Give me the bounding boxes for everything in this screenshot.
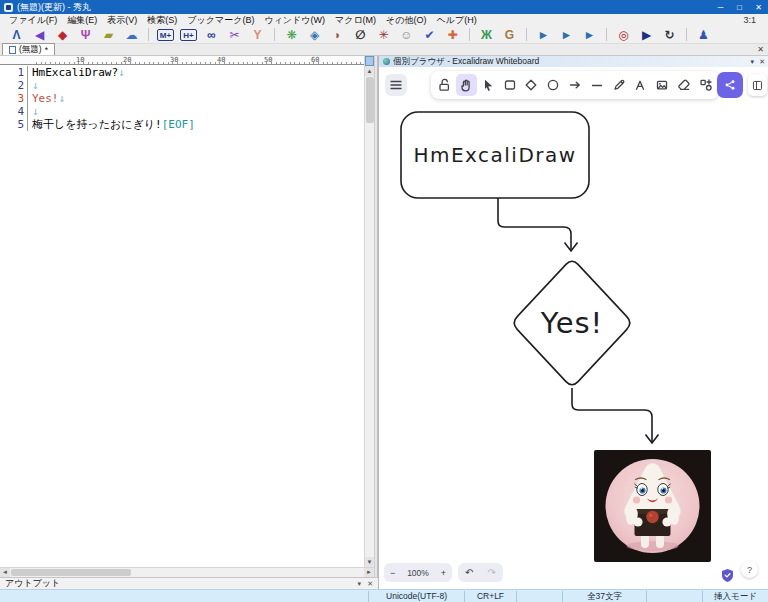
boot-step-icon[interactable]: ► (555, 27, 578, 43)
svg-text:HmExcaliDraw: HmExcaliDraw (413, 143, 576, 167)
scroll-left-icon[interactable]: ◄ (0, 568, 10, 577)
tool-image[interactable] (652, 74, 673, 96)
plus-icon[interactable]: ✚ (441, 27, 464, 43)
hamburger-menu-button[interactable] (385, 74, 407, 96)
output-collapse-button[interactable]: ▾ (358, 580, 362, 588)
pane-collapse-button[interactable]: ▾ (751, 58, 755, 66)
play-icon[interactable]: ▶ (635, 27, 658, 43)
m-plus-icon[interactable]: M+ (157, 29, 174, 41)
browser-pane-header: 個別ブラウザ - Excalidraw Whiteboard ▾ ✕ (379, 56, 768, 67)
y-icon[interactable]: Y (246, 27, 269, 43)
cloud-icon[interactable]: ☁ (120, 27, 143, 43)
ruler-number: 40 (217, 56, 225, 64)
tool-hand[interactable] (456, 74, 477, 96)
editor-line: 2↓ (0, 79, 364, 92)
redo-button[interactable]: ↷ (488, 567, 496, 578)
editor-area[interactable]: 102030405060 1HmExcaliDraw?↓ 2↓ 3Yes!↓ 4… (0, 56, 364, 567)
editor-lines[interactable]: 1HmExcaliDraw?↓ 2↓ 3Yes!↓ 4↓ 5梅干しを持ったおにぎ… (0, 66, 364, 131)
tool-diamond[interactable] (521, 74, 542, 96)
flowchart-diamond[interactable]: Yes! (514, 261, 630, 385)
tool-line[interactable] (586, 74, 607, 96)
library-button[interactable] (748, 74, 767, 96)
bug-icon[interactable]: Ж (475, 27, 498, 43)
red-ring-icon[interactable]: ◎ (612, 27, 635, 43)
boot-run-icon[interactable]: ► (532, 27, 555, 43)
pane-close-button[interactable]: ✕ (757, 45, 764, 54)
zoom-level[interactable]: 100% (407, 568, 429, 578)
scroll-down-icon[interactable]: ▼ (365, 557, 374, 567)
tool-lock[interactable] (434, 74, 455, 96)
scissors-icon[interactable]: ✂ (223, 27, 246, 43)
tool-selection[interactable] (478, 74, 499, 96)
excalidraw-canvas[interactable]: HmExcaliDraw Yes! (379, 67, 768, 589)
editor-horizontal-scrollbar[interactable]: ◄ ► (0, 567, 374, 577)
share-button[interactable] (717, 72, 743, 98)
menu-view[interactable]: 表示(V) (102, 14, 142, 27)
menu-other[interactable]: その他(O) (381, 14, 431, 27)
zoom-in-button[interactable]: + (441, 568, 446, 578)
green-flower-icon[interactable]: ❋ (280, 27, 303, 43)
compass-icon[interactable]: ∅ (349, 27, 372, 43)
tool-ellipse[interactable] (543, 74, 564, 96)
caret-icon[interactable]: Λ (5, 27, 28, 43)
horizontal-scroll-thumb[interactable] (11, 569, 131, 576)
status-input-mode[interactable]: 挿入モード (702, 591, 768, 602)
arrow-rect-to-diamond[interactable] (498, 198, 578, 251)
tool-rectangle[interactable] (499, 74, 520, 96)
zoom-out-button[interactable]: − (390, 568, 395, 578)
h-plus-icon[interactable]: H+ (180, 29, 197, 41)
ellipse-icon (545, 77, 561, 93)
ant-icon[interactable]: ♟ (692, 27, 715, 43)
more-tools-icon (698, 77, 714, 93)
red-diamond-icon[interactable]: ◆ (51, 27, 74, 43)
hamburger-icon (390, 80, 402, 90)
eraser-icon (676, 77, 692, 93)
editor-vertical-scrollbar[interactable]: ▲ ▼ (364, 56, 374, 567)
close-button[interactable]: ✕ (749, 0, 768, 14)
menu-search[interactable]: 検索(S) (142, 14, 182, 27)
tool-arrow[interactable] (565, 74, 586, 96)
pane-close-button-2[interactable]: ✕ (759, 58, 765, 66)
browser-pane-icon (383, 58, 390, 65)
menu-file[interactable]: ファイル(F) (4, 14, 62, 27)
blue-diamond-icon[interactable]: ◈ (303, 27, 326, 43)
menu-bookmark[interactable]: ブックマーク(B) (182, 14, 259, 27)
tool-more-tools[interactable] (695, 74, 716, 96)
oval-icon[interactable]: ∞ (200, 27, 223, 43)
encryption-shield-icon[interactable] (721, 568, 734, 584)
tool-draw[interactable] (608, 74, 629, 96)
boot-stop-icon[interactable]: ► (578, 27, 601, 43)
help-button[interactable]: ? (741, 561, 758, 578)
minimize-button[interactable]: ─ (711, 0, 730, 14)
tab-bar: (無題) * ✕ (0, 44, 768, 56)
tool-eraser[interactable] (673, 74, 694, 96)
output-close-button[interactable]: ✕ (367, 580, 373, 588)
reload-icon[interactable]: ↻ (658, 27, 681, 43)
scroll-up-icon[interactable]: ▲ (365, 66, 374, 76)
starburst-icon[interactable]: ✳ (372, 27, 395, 43)
tool-text[interactable] (630, 74, 651, 96)
flowchart-rectangle[interactable]: HmExcaliDraw (401, 112, 589, 198)
onigiri-image[interactable] (594, 450, 711, 562)
octopus-icon[interactable]: Ψ (74, 27, 97, 43)
check-icon[interactable]: ✔ (418, 27, 441, 43)
face-icon[interactable]: ☺ (395, 27, 418, 43)
purple-arrow-icon[interactable]: ◀ (28, 27, 51, 43)
maximize-button[interactable]: □ (730, 0, 749, 14)
g-icon[interactable]: G (498, 27, 521, 43)
menu-window[interactable]: ウィンドウ(W) (259, 14, 330, 27)
browser-pane-title: 個別ブラウザ - Excalidraw Whiteboard (393, 56, 539, 68)
scroll-right-icon[interactable]: ► (364, 568, 374, 577)
hidemaru-toolbar: Λ◀◆Ψ▰☁M+H+∞✂Y❋◈◗∅✳☺✔✚ЖG►►►◎▶↻♟ (0, 26, 768, 44)
menu-edit[interactable]: 編集(E) (62, 14, 102, 27)
line-text: 梅干しを持ったおにぎり! (28, 118, 162, 131)
folder-icon[interactable]: ▰ (97, 27, 120, 43)
brown-circle-icon[interactable]: ◗ (326, 27, 349, 43)
menu-macro[interactable]: マクロ(M) (330, 14, 381, 27)
scrollbar-split-button[interactable] (365, 56, 374, 66)
tab-untitled[interactable]: (無題) * (2, 43, 55, 55)
arrow-diamond-to-image[interactable] (572, 388, 659, 443)
undo-button[interactable]: ↶ (465, 567, 473, 578)
vertical-scroll-thumb[interactable] (366, 77, 374, 123)
menu-help[interactable]: ヘルプ(H) (432, 14, 482, 27)
